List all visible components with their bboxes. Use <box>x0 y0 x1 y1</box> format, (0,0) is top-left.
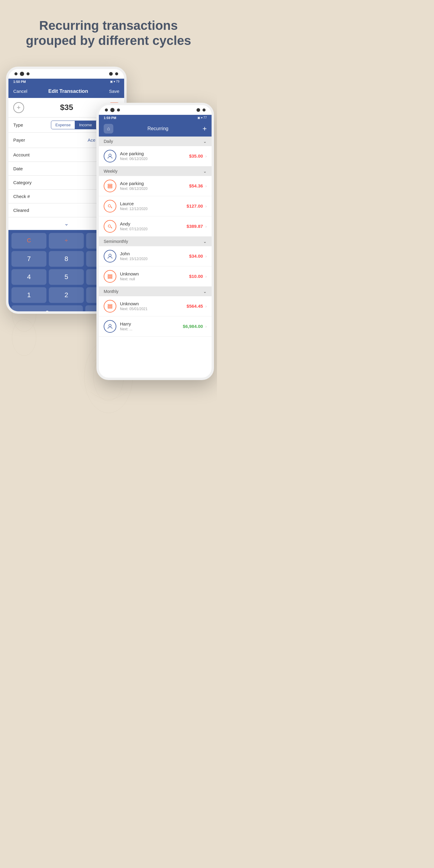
item-next: Next: 15/12/2020 <box>120 257 189 261</box>
cleared-label: Cleared <box>13 208 40 213</box>
numpad-divide[interactable]: ÷ <box>49 233 84 249</box>
svg-point-29 <box>108 225 111 227</box>
svg-rect-34 <box>108 304 112 305</box>
list-item[interactable]: Laurce Next: 12/12/2020 $127.00 › <box>99 196 212 216</box>
save-button[interactable]: Save <box>109 89 119 94</box>
date-label: Date <box>13 166 40 171</box>
list-item[interactable]: Ace parking Next: 08/12/2020 $54.36 › <box>99 176 212 196</box>
item-next: Next: 08/12/2020 <box>120 187 189 191</box>
svg-rect-32 <box>108 276 112 277</box>
svg-point-37 <box>109 324 111 327</box>
semimonthly-label: Semimonthly <box>104 239 128 244</box>
item-next: Next: 07/12/2020 <box>120 227 187 231</box>
daily-chevron: ⌄ <box>203 139 207 144</box>
amount-value[interactable]: $35 <box>27 103 106 112</box>
avatar <box>104 220 116 233</box>
type-expense[interactable]: Expense <box>51 121 75 129</box>
numpad-8[interactable]: 8 <box>49 251 84 267</box>
home-button[interactable]: ⌂ <box>104 124 113 133</box>
item-info: Ace parking Next: 06/12/2020 <box>120 151 189 161</box>
item-name: Unknown <box>120 301 187 306</box>
account-label: Account <box>13 152 40 157</box>
item-amount: $35.00 <box>189 153 203 158</box>
phone2-status-icons: ▣ ▾ 77 <box>197 116 207 119</box>
item-chevron: › <box>205 204 207 209</box>
sensor-dot-2 <box>117 108 120 112</box>
list-item[interactable]: Unknown Next: 05/01/2021 $564.45 › <box>99 296 212 316</box>
phone-recurring: 1:59 PM ▣ ▾ 77 ⌂ Recurring + Daily ⌄ Ace… <box>96 103 214 380</box>
item-chevron: › <box>205 224 207 229</box>
amount-plus-button[interactable]: + <box>13 102 24 113</box>
item-amount: $10.00 <box>189 274 203 279</box>
item-amount: $34.00 <box>189 253 203 258</box>
svg-rect-33 <box>108 278 112 278</box>
category-label: Category <box>13 180 40 185</box>
list-item[interactable]: Unknown Next: null $10.00 › <box>99 267 212 287</box>
avatar <box>104 250 116 262</box>
nav-title: Edit Transaction <box>48 88 88 94</box>
item-info: John Next: 15/12/2020 <box>120 251 189 261</box>
item-amount: $6,984.00 <box>183 324 203 329</box>
item-amount: $54.36 <box>189 183 203 188</box>
list-item[interactable]: Ace parking Next: 06/12/2020 $35.00 › <box>99 146 212 166</box>
item-info: Ace parking Next: 08/12/2020 <box>120 181 189 191</box>
item-next: Next: null <box>120 277 189 281</box>
avatar <box>104 270 116 283</box>
camera-front <box>109 72 113 76</box>
camera-dot-2 <box>105 108 108 112</box>
phone1-notch <box>8 69 124 79</box>
led-dot-2 <box>203 108 206 112</box>
weekly-label: Weekly <box>104 169 118 174</box>
item-chevron: › <box>205 154 207 158</box>
item-chevron: › <box>205 184 207 188</box>
svg-rect-25 <box>108 184 112 185</box>
item-next: Next: 12/12/2020 <box>120 207 187 211</box>
numpad-5[interactable]: 5 <box>49 269 84 285</box>
list-item[interactable]: Harry Next: ... $6,984.00 › <box>99 316 212 337</box>
list-item[interactable]: Andy Next: 07/12/2020 $389.87 › <box>99 216 212 237</box>
item-amount: $564.45 <box>187 304 203 309</box>
phone1-status-icons: ▣ ▾ 79 <box>110 80 119 83</box>
section-semimonthly[interactable]: Semimonthly ⌄ <box>99 237 212 246</box>
item-name: Ace parking <box>120 151 189 156</box>
item-name: Ace parking <box>120 181 189 186</box>
add-recurring-button[interactable]: + <box>203 124 207 133</box>
item-info: Laurce Next: 12/12/2020 <box>120 201 187 211</box>
section-monthly[interactable]: Monthly ⌄ <box>99 287 212 296</box>
avatar <box>104 200 116 213</box>
item-info: Unknown Next: null <box>120 271 189 281</box>
svg-point-24 <box>109 154 111 156</box>
avatar <box>104 150 116 162</box>
cancel-button[interactable]: Cancel <box>13 89 27 94</box>
svg-rect-36 <box>108 307 112 308</box>
phone2-status-bar: 1:59 PM ▣ ▾ 77 <box>99 115 212 121</box>
item-name: Andy <box>120 221 187 226</box>
section-daily[interactable]: Daily ⌄ <box>99 136 212 146</box>
section-weekly[interactable]: Weekly ⌄ <box>99 166 212 176</box>
item-next: Next: ... <box>120 327 183 331</box>
svg-rect-27 <box>108 187 112 188</box>
numpad-2[interactable]: 2 <box>49 287 84 303</box>
item-info: Harry Next: ... <box>120 321 183 331</box>
numpad-7[interactable]: 7 <box>11 251 46 267</box>
phone1-nav-bar: Cancel Edit Transaction Save <box>8 85 124 98</box>
item-chevron: › <box>205 304 207 309</box>
svg-point-28 <box>108 205 111 207</box>
avatar <box>104 300 116 313</box>
numpad-1[interactable]: 1 <box>11 287 46 303</box>
item-name: Laurce <box>120 201 187 206</box>
phone1-time: 1:50 PM <box>13 80 26 84</box>
sensor-dot <box>27 72 30 75</box>
list-item[interactable]: John Next: 15/12/2020 $34.00 › <box>99 246 212 267</box>
numpad-0[interactable]: 0 <box>11 305 83 314</box>
item-chevron: › <box>205 324 207 329</box>
check-label: Check # <box>13 194 40 199</box>
svg-rect-35 <box>108 306 112 307</box>
type-income[interactable]: Income <box>75 121 96 129</box>
phone2-notch <box>99 105 212 115</box>
numpad-clear[interactable]: C <box>11 233 46 249</box>
daily-label: Daily <box>104 139 113 144</box>
phone1-status-bar: 1:50 PM ▣ ▾ 79 <box>8 79 124 85</box>
svg-rect-26 <box>108 186 112 187</box>
numpad-4[interactable]: 4 <box>11 269 46 285</box>
